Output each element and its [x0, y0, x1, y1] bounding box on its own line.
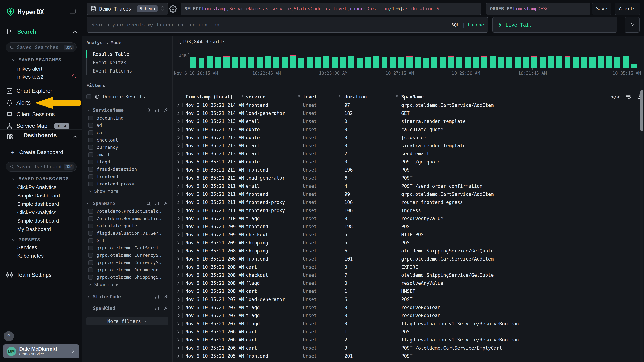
table-row[interactable]: Nov 6 10:35:21.213 AMemailUnset2send_ema…: [176, 150, 644, 158]
table-row[interactable]: Nov 6 10:35:21.209 AMcheckoutUnset6HTTP …: [176, 231, 644, 239]
alerts-button[interactable]: Alerts: [615, 2, 640, 15]
checkbox[interactable]: [88, 116, 93, 120]
table-row[interactable]: Nov 6 10:35:21.212 AMload-generatorUnset…: [176, 174, 644, 182]
wrap-lines-icon[interactable]: [625, 94, 631, 100]
pin-icon[interactable]: [163, 294, 168, 299]
table-row[interactable]: Nov 6 10:35:21.214 AMload-generatorUnset…: [176, 109, 644, 117]
more-filters-button[interactable]: More filters: [86, 317, 168, 325]
sql-orderby-editor[interactable]: ORDER BY Timestamp DESC: [486, 2, 590, 15]
search-icon[interactable]: [146, 108, 151, 113]
checkbox[interactable]: [88, 238, 93, 243]
table-row[interactable]: Nov 6 10:35:21.209 AMfrontendUnset198POS…: [176, 222, 644, 230]
table-row[interactable]: Nov 6 10:35:21.208 AMfrontendUnset101grp…: [176, 255, 644, 263]
checkbox[interactable]: [88, 160, 93, 164]
checkbox[interactable]: [88, 138, 93, 142]
table-row[interactable]: Nov 6 10:35:21.207 AMflagdUnset0resolveB…: [176, 312, 644, 320]
expand-row-button[interactable]: [176, 134, 185, 142]
bar-chart-icon[interactable]: [154, 306, 160, 311]
nav-search-section[interactable]: Search: [0, 27, 82, 36]
checkbox[interactable]: [88, 130, 93, 135]
table-row[interactable]: Nov 6 10:35:21.213 AMemailUnset0sinatra.…: [176, 117, 644, 125]
source-settings-gear-icon[interactable]: [169, 5, 177, 13]
denoise-checkbox[interactable]: [86, 94, 91, 99]
table-row[interactable]: Nov 6 10:35:21.208 AMcartUnset0EXPIRE: [176, 263, 644, 271]
facet-checkbox-item[interactable]: frontend: [86, 173, 168, 180]
expand-row-button[interactable]: [176, 182, 185, 190]
expand-row-button[interactable]: [176, 150, 185, 158]
analysis-mode-option[interactable]: Event Patterns: [86, 67, 168, 75]
checkbox[interactable]: [88, 231, 93, 236]
saved-search-item[interactable]: mikes tets2: [0, 73, 82, 80]
checkbox[interactable]: [88, 123, 93, 128]
expand-row-button[interactable]: [176, 352, 185, 360]
checkbox[interactable]: [88, 245, 93, 250]
table-row[interactable]: Nov 6 10:35:21.207 AMload-generatorUnset…: [176, 295, 644, 303]
checkbox[interactable]: [88, 223, 93, 228]
facet-header[interactable]: StatusCode: [86, 293, 168, 301]
table-row[interactable]: Nov 6 10:35:21.206 AMcartUnset2flagd.eva…: [176, 336, 644, 344]
sidebar-item-client-sessions[interactable]: Client Sessions: [0, 110, 82, 119]
preset-item[interactable]: Kubernetes: [0, 252, 82, 259]
table-row[interactable]: Nov 6 10:35:21.205 AMfrontendUnset201POS…: [176, 352, 644, 360]
expand-row-button[interactable]: [176, 279, 185, 287]
column-header-spanname[interactable]: SpanName: [401, 94, 644, 100]
saved-dashboard-item[interactable]: Simple Dashboard: [0, 192, 82, 199]
saved-dashboards-header[interactable]: SAVED DASHBOARDS: [0, 176, 82, 182]
expand-row-button[interactable]: [176, 198, 185, 206]
facet-checkbox-item[interactable]: calculate-quote: [86, 222, 168, 230]
facet-checkbox-item[interactable]: flagd.evaluation.v1.Ser…: [86, 230, 168, 237]
expand-row-button[interactable]: [176, 142, 185, 150]
chevron-up-icon[interactable]: [72, 134, 78, 139]
pin-icon[interactable]: [163, 306, 168, 311]
expand-row-button[interactable]: [176, 312, 185, 320]
run-query-play-icon[interactable]: [624, 17, 640, 32]
table-row[interactable]: Nov 6 10:35:21.205 AMcheckoutUnset4oteld…: [176, 360, 644, 362]
saved-searches-header[interactable]: SAVED SEARCHES: [0, 57, 82, 63]
help-button[interactable]: ?: [4, 331, 14, 341]
expand-row-button[interactable]: [176, 263, 185, 271]
checkbox[interactable]: [88, 253, 93, 258]
drag-handle-icon[interactable]: [339, 95, 342, 99]
team-settings-button[interactable]: Team Settings: [0, 271, 82, 279]
presets-header[interactable]: PRESETS: [0, 237, 82, 243]
save-button[interactable]: Save: [592, 2, 611, 15]
checkbox[interactable]: [88, 267, 93, 272]
expand-row-button[interactable]: [176, 125, 185, 134]
scrollbar-thumb[interactable]: [640, 90, 643, 131]
expand-row-button[interactable]: [176, 239, 185, 247]
facet-header[interactable]: SpanKind: [86, 304, 168, 313]
expand-row-button[interactable]: [176, 271, 185, 279]
search-icon[interactable]: [146, 201, 151, 206]
denoise-results-toggle[interactable]: Denoise Results: [86, 93, 168, 101]
bar-chart-icon[interactable]: [154, 294, 160, 299]
expand-row-button[interactable]: [176, 166, 185, 174]
saved-dashboard-item[interactable]: My Dashboard: [0, 226, 82, 233]
table-row[interactable]: Nov 6 10:35:21.208 AMflagdUnset0resolveA…: [176, 279, 644, 287]
checkbox[interactable]: [88, 145, 93, 150]
table-row[interactable]: Nov 6 10:35:21.214 AMfrontendUnset97grpc…: [176, 101, 644, 109]
source-selector[interactable]: Demo Traces Schema: [87, 2, 168, 15]
search-input[interactable]: Search your events w/ Lucene ex. column:…: [87, 17, 488, 32]
table-row[interactable]: Nov 6 10:35:21.213 AMquoteUnset0calculat…: [176, 125, 644, 134]
expand-row-button[interactable]: [176, 247, 185, 255]
expand-row-button[interactable]: [176, 320, 185, 328]
facet-header[interactable]: SpanName: [86, 199, 168, 208]
facet-checkbox-item[interactable]: grpc.oteldemo.ShippingS…: [86, 274, 168, 281]
expand-row-button[interactable]: [176, 117, 185, 125]
expand-row-button[interactable]: [176, 360, 185, 362]
expand-row-button[interactable]: [176, 344, 185, 352]
expand-row-button[interactable]: [176, 174, 185, 182]
user-menu[interactable]: DM Dale McDiarmid demo-service -: [3, 345, 79, 358]
bar-chart-icon[interactable]: [154, 108, 160, 113]
expand-row-button[interactable]: [176, 328, 185, 336]
checkbox[interactable]: [88, 152, 93, 157]
saved-dashboards-input[interactable]: Saved Dashboards ⌘K: [6, 162, 76, 172]
saved-searches-input[interactable]: Saved Searches ⌘K: [6, 42, 76, 52]
checkbox[interactable]: [88, 174, 93, 179]
pin-icon[interactable]: [163, 201, 168, 206]
table-row[interactable]: Nov 6 10:35:21.208 AMcheckoutUnset7oteld…: [176, 271, 644, 279]
expand-row-button[interactable]: [176, 214, 185, 222]
checkbox[interactable]: [88, 209, 93, 214]
expand-row-button[interactable]: [176, 101, 185, 109]
table-row[interactable]: Nov 6 10:35:21.208 AMcartUnset1HMSET: [176, 287, 644, 295]
